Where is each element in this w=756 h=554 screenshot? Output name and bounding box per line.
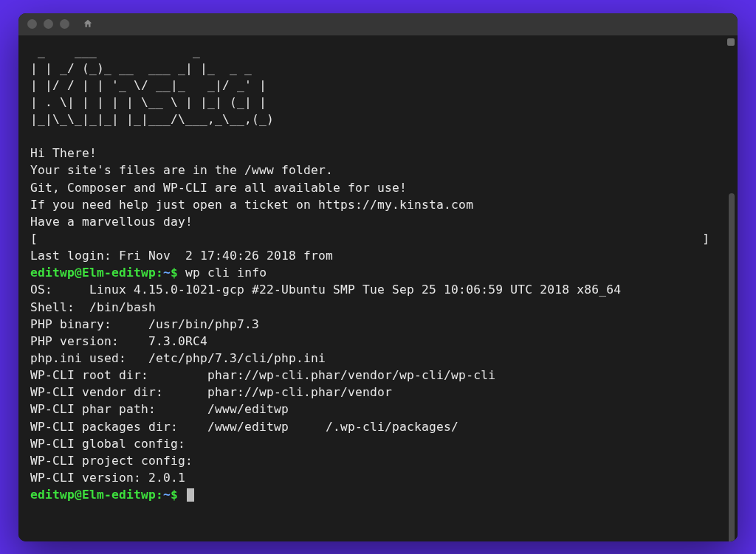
- last-login: Last login: Fri Nov 2 17:40:26 2018 from: [30, 249, 333, 263]
- shell-prompt: editwp@Elm-editwp: [30, 488, 156, 502]
- welcome-line: Hi There!: [30, 146, 97, 160]
- terminal-output[interactable]: _ ___ _ | | _/ (_)_ __ ___ _| |_ _ _ | |…: [18, 35, 738, 541]
- titlebar: [18, 13, 738, 35]
- traffic-lights: [27, 19, 69, 29]
- output-line: WP-CLI global config:: [30, 437, 185, 451]
- scrollbar[interactable]: [729, 38, 735, 537]
- terminal-window: _ ___ _ | | _/ (_)_ __ ___ _| |_ _ _ | |…: [18, 13, 738, 541]
- scrollbar-marker-icon: [727, 38, 735, 46]
- output-line: PHP version: 7.3.0RC4: [30, 334, 207, 348]
- ascii-art: _ ___ _ | | _/ (_)_ __ ___ _| |_ _ _ | |…: [30, 44, 274, 127]
- welcome-line: If you need help just open a ticket on h…: [30, 198, 473, 212]
- output-line: OS: Linux 4.15.0-1021-gcp #22-Ubuntu SMP…: [30, 283, 621, 297]
- welcome-line: Git, Composer and WP-CLI are all availab…: [30, 181, 407, 195]
- maximize-icon[interactable]: [60, 19, 69, 29]
- output-line: PHP binary: /usr/bin/php7.3: [30, 317, 259, 331]
- bracket: [: [30, 232, 38, 246]
- output-line: WP-CLI phar path: /www/editwp: [30, 402, 289, 416]
- command-typed: wp cli info: [185, 266, 267, 280]
- output-line: Shell: /bin/bash: [30, 300, 156, 314]
- output-line: WP-CLI root dir: phar://wp-cli.phar/vend…: [30, 368, 495, 382]
- output-line: WP-CLI project config:: [30, 454, 193, 468]
- cursor-icon: [187, 488, 194, 502]
- welcome-line: Your site's files are in the /www folder…: [30, 163, 333, 177]
- bracket: ]: [702, 232, 709, 246]
- welcome-line: Have a marvellous day!: [30, 215, 193, 229]
- scrollbar-thumb[interactable]: [729, 193, 735, 541]
- home-icon[interactable]: [83, 18, 93, 30]
- output-line: WP-CLI packages dir: /www/editwp /.wp-cl…: [30, 420, 458, 434]
- shell-prompt: editwp@Elm-editwp: [30, 266, 156, 280]
- output-line: WP-CLI version: 2.0.1: [30, 471, 185, 485]
- output-line: WP-CLI vendor dir: phar://wp-cli.phar/ve…: [30, 385, 392, 399]
- output-line: php.ini used: /etc/php/7.3/cli/php.ini: [30, 351, 326, 365]
- close-icon[interactable]: [27, 19, 37, 29]
- minimize-icon[interactable]: [44, 19, 53, 29]
